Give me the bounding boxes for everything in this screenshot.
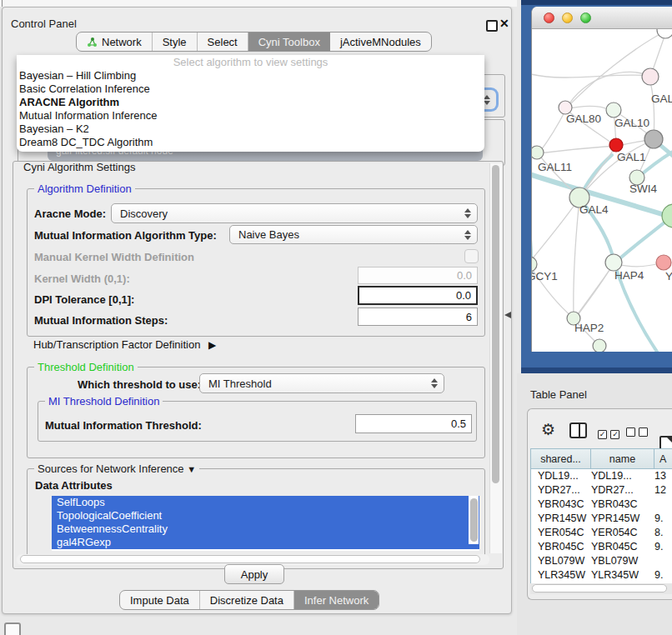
network-window-titlebar[interactable] (532, 7, 672, 29)
mouse-cursor (504, 312, 511, 318)
node-label: GAL10 (614, 117, 649, 129)
dpi-tolerance-field[interactable] (358, 286, 478, 305)
node-selected-red[interactable] (609, 138, 623, 152)
aracne-mode-label: Aracne Mode: (34, 208, 106, 220)
column-header-partial[interactable]: A (654, 448, 672, 469)
tab-infer-network-label: Infer Network (304, 594, 369, 607)
cell-value: 9. (654, 540, 672, 554)
algorithm-option[interactable]: Bayesian – K2 (17, 122, 484, 136)
which-threshold-combo[interactable]: MI Threshold (199, 373, 444, 393)
tab-jactivemnodules[interactable]: jActiveMNodules (330, 32, 431, 51)
algorithm-option[interactable]: Mutual Information Inference (17, 109, 484, 122)
algorithm-option-selected[interactable]: ARACNE Algorithm (17, 96, 484, 109)
tab-discretize-data[interactable]: Discretize Data (200, 591, 294, 609)
apply-button[interactable]: Apply (224, 564, 284, 584)
node[interactable] (657, 29, 672, 38)
table-row[interactable]: YBL079WYBL079W (531, 554, 672, 568)
cell-shared-name: YER054C (531, 526, 591, 540)
list-scrollbar-thumb[interactable] (470, 498, 478, 542)
algorithm-option[interactable]: Basic Correlation Inference (17, 82, 484, 96)
kernel-width-field[interactable] (358, 267, 478, 284)
node-label: Y (665, 270, 672, 282)
algorithm-option[interactable]: Bayesian – Hill Climbing (17, 69, 484, 82)
cell-name: YER054C (591, 526, 654, 540)
tab-impute-data[interactable]: Impute Data (120, 591, 200, 609)
apply-button-label: Apply (241, 568, 268, 581)
float-window-icon[interactable] (486, 20, 498, 32)
unchecked-box-icon (626, 428, 635, 437)
cell-name: YDL19... (591, 469, 654, 483)
column-header-name[interactable]: name (590, 448, 654, 469)
node[interactable] (656, 255, 671, 270)
tab-jactivemnodules-label: jActiveMNodules (340, 36, 421, 48)
deselect-all-checkboxes-icon[interactable] (626, 425, 648, 440)
panel-toggle-icon[interactable] (4, 622, 21, 635)
list-item[interactable]: SelfLoops (52, 496, 479, 509)
manual-kernel-width-checkbox[interactable] (464, 249, 479, 263)
tab-cyni-toolbox[interactable]: Cyni Toolbox (248, 32, 330, 51)
hub-definition-expander[interactable]: Hub/Transcription Factor Definition ▶ (33, 338, 216, 351)
close-traffic-light[interactable] (544, 12, 554, 23)
table-row[interactable]: YPR145WYPR145W9. (531, 512, 672, 526)
settings-vertical-scrollbar[interactable] (489, 163, 502, 553)
which-threshold-label: Which threshold to use: (78, 378, 201, 391)
tab-network[interactable]: Network (77, 32, 153, 51)
list-item[interactable]: gal4RGexp (52, 536, 479, 549)
list-item[interactable]: BetweennessCentrality (52, 522, 479, 536)
cyni-bottom-tabbar: Impute Data Discretize Data Infer Networ… (119, 590, 379, 610)
node[interactable] (532, 146, 544, 159)
window-edge-line (2, 0, 3, 7)
table-hscrollbar-thumb[interactable] (532, 584, 667, 592)
cell-name: YPR145W (591, 512, 654, 526)
mi-threshold-field[interactable] (355, 414, 472, 433)
table-row[interactable]: YDR27...YDR27...12 (531, 483, 672, 498)
manual-kernel-width-label: Manual Kernel Width Definition (34, 251, 194, 263)
spinner-arrows-icon (464, 230, 471, 240)
tab-infer-network[interactable]: Infer Network (294, 591, 379, 609)
settings-group-title: Cyni Algorithm Settings (20, 161, 138, 173)
gear-icon[interactable]: ⚙ (541, 420, 555, 439)
select-all-checkboxes-icon[interactable]: ✓ ✓ (598, 425, 619, 440)
minimize-traffic-light[interactable] (562, 12, 573, 23)
column-header-shared-name[interactable]: shared... (530, 448, 590, 469)
node-label: GAL11 (538, 161, 572, 173)
data-attributes-label: Data Attributes (35, 479, 113, 492)
sources-group: Sources for Network Inference ▼ Data Att… (27, 468, 485, 558)
settings-scrollbar-thumb[interactable] (492, 165, 499, 483)
aracne-mode-combo[interactable]: Discovery (111, 203, 478, 223)
table-row[interactable]: YLR345WYLR345W9. (531, 568, 672, 582)
algorithm-definition-group: Algorithm Definition Aracne Mode: Discov… (27, 188, 485, 337)
list-vertical-scrollbar[interactable] (469, 496, 479, 544)
table-row[interactable]: YBR043CYBR043C (531, 498, 672, 512)
table-row[interactable]: YBR045CYBR045C9. (531, 540, 672, 554)
expander-down-arrow-icon[interactable]: ▼ (187, 464, 196, 474)
tab-style[interactable]: Style (153, 32, 198, 51)
algorithm-option[interactable]: Dream8 DC_TDC Algorithm (17, 136, 484, 149)
network-icon (87, 37, 98, 48)
tab-select-label: Select (208, 36, 238, 48)
node[interactable] (642, 68, 659, 85)
column-selector-icon[interactable] (569, 422, 587, 438)
node-label: GAL (651, 92, 672, 105)
node[interactable] (644, 130, 663, 148)
table-horizontal-scrollbar[interactable] (530, 583, 672, 594)
which-threshold-value: MI Threshold (208, 378, 272, 390)
zoom-traffic-light[interactable] (580, 12, 591, 23)
network-canvas[interactable]: GAL GAL80 GAL10 GAL1 GAL11 SWI4 GAL4 GCY… (532, 29, 672, 352)
settings-hscrollbar-thumb[interactable] (20, 555, 480, 563)
table-row[interactable]: YER054CYER054C8. (531, 526, 672, 540)
list-item[interactable]: TopologicalCoefficient (52, 509, 479, 522)
mi-steps-field[interactable] (358, 308, 478, 326)
cell-value: 9. (654, 568, 672, 582)
spinner-arrows-icon (430, 378, 438, 388)
mi-algorithm-type-combo[interactable]: Naive Bayes (229, 225, 478, 244)
algorithm-dropdown-popup: Select algorithm to view settings Bayesi… (17, 55, 484, 152)
table-row[interactable]: YDL19...YDL19...13 (531, 469, 672, 483)
node[interactable] (605, 254, 622, 271)
tab-select[interactable]: Select (198, 32, 248, 51)
node[interactable] (593, 339, 606, 352)
cell-value: 13 (654, 469, 672, 483)
close-icon[interactable]: ✕ (499, 17, 509, 30)
unchecked-box-icon (639, 428, 648, 437)
node[interactable] (606, 102, 621, 118)
